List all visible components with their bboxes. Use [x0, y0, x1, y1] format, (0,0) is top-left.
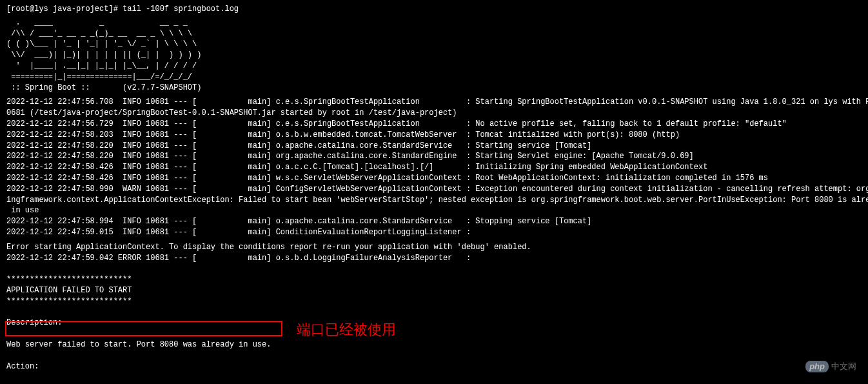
log-output: 2022-12-12 22:47:56.708 INFO 10681 --- [… — [6, 97, 862, 237]
watermark: php 中文网 — [805, 361, 856, 372]
annotation-label: 端口已经被使用 — [297, 320, 396, 340]
error-output: Error starting ApplicationContext. To di… — [6, 242, 862, 384]
watermark-logo: php — [805, 361, 829, 372]
watermark-text: 中文网 — [831, 361, 856, 372]
shell-prompt: [root@lys java-project]# tail -100f spri… — [6, 4, 862, 15]
spring-boot-banner: . ____ _ __ _ _ /\\ / ___'_ __ _ _(_)_ _… — [6, 17, 862, 94]
